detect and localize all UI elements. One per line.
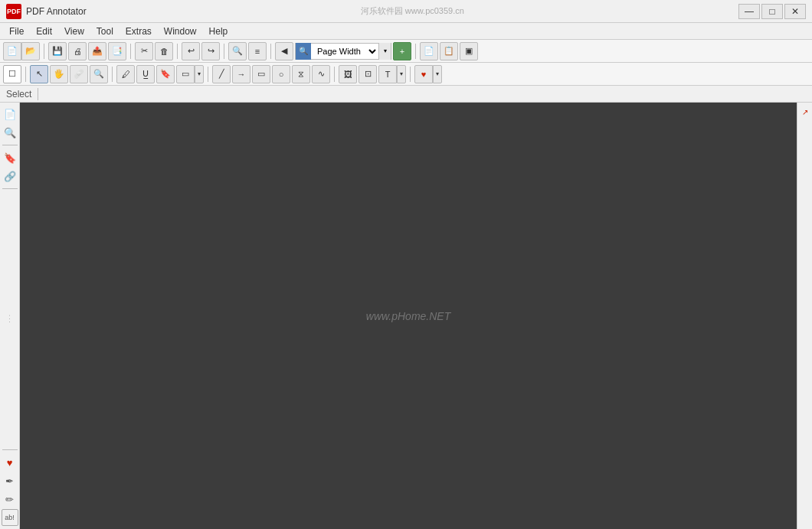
- text-btn[interactable]: T: [378, 65, 397, 83]
- menu-bar: File Edit View Tool Extras Window Help: [0, 23, 812, 40]
- text-btn-group: T ▾: [378, 65, 406, 83]
- fav-dropdown-btn[interactable]: ▾: [433, 65, 442, 83]
- title-left: PDF PDF Annotator: [6, 4, 87, 19]
- new-btn[interactable]: 📄: [3, 42, 21, 60]
- title-bar: PDF PDF Annotator 河乐软件园 www.pc0359.cn — …: [0, 0, 812, 23]
- rubber-tool-btn[interactable]: 🩹: [70, 65, 88, 83]
- arrow-btn[interactable]: →: [232, 65, 250, 83]
- prev-page-btn[interactable]: ◀: [275, 42, 293, 60]
- t2-sep4: [334, 67, 335, 82]
- content-area: www.pHome.NET: [20, 103, 797, 529]
- zoom-tool-btn[interactable]: 🔍: [90, 65, 108, 83]
- fav-btn-group: ♥ ▾: [414, 65, 442, 83]
- t2-sep5: [410, 67, 411, 82]
- sidebar-dots: ···: [6, 315, 13, 325]
- stamp-btn[interactable]: 🔖: [156, 65, 175, 83]
- fav-btn[interactable]: ♥: [414, 65, 433, 83]
- menu-tool[interactable]: Tool: [90, 24, 120, 38]
- main-area: 📄 🔍 🔖 🔗 ··· ♥ ✒ ✏ ab! www.pHome.NET ↗: [0, 103, 812, 529]
- window-controls: — □ ✕: [738, 4, 806, 19]
- sidebar-pages-btn[interactable]: 📄: [2, 106, 18, 122]
- text-dropdown-btn[interactable]: ▾: [397, 65, 406, 83]
- save-btn[interactable]: 💾: [48, 42, 67, 60]
- checkbox-btn[interactable]: ☐: [3, 65, 21, 83]
- page-view1-btn[interactable]: 📄: [420, 42, 438, 60]
- zoom-wrap[interactable]: 🔍 Page Width Whole Page 50% 75% 100% 150…: [295, 43, 391, 60]
- page-view3-btn[interactable]: ▣: [460, 42, 478, 60]
- area-btn-group: ▭ ▾: [176, 65, 204, 83]
- connect-btn[interactable]: ⧖: [292, 65, 310, 83]
- sidebar-search-btn[interactable]: 🔍: [2, 124, 18, 141]
- image-btn[interactable]: 🖼: [339, 65, 357, 83]
- undo-btn[interactable]: ↩: [182, 42, 200, 60]
- maximize-button[interactable]: □: [761, 4, 783, 19]
- side-sep3: [2, 449, 18, 450]
- menu-file[interactable]: File: [3, 24, 30, 38]
- ellipse-btn[interactable]: ○: [272, 65, 290, 83]
- zoom-select[interactable]: Page Width Whole Page 50% 75% 100% 150% …: [311, 43, 378, 60]
- sidebar-bookmarks-btn[interactable]: 🔖: [2, 149, 18, 166]
- pdf-btn[interactable]: 📑: [108, 42, 126, 60]
- side-sep2: [2, 188, 18, 189]
- app-logo: PDF: [6, 4, 21, 19]
- cut-btn[interactable]: ✂: [135, 42, 153, 60]
- menu-window[interactable]: Window: [158, 24, 203, 38]
- menu-view[interactable]: View: [58, 24, 90, 38]
- delete-btn[interactable]: 🗑: [155, 42, 173, 60]
- sort-btn[interactable]: ≡: [248, 42, 267, 60]
- print-btn[interactable]: 🖨: [68, 42, 87, 60]
- status-text: Select: [6, 89, 31, 100]
- hand-tool-btn[interactable]: 🖐: [50, 65, 68, 83]
- sep1: [44, 44, 44, 59]
- sidebar-middle: ···: [6, 193, 13, 446]
- watermark-title: 河乐软件园 www.pc0359.cn: [87, 5, 738, 17]
- export-btn[interactable]: 📤: [88, 42, 106, 60]
- highlight-btn[interactable]: 🖊: [116, 65, 135, 83]
- t2-sep3: [208, 67, 208, 82]
- t2-sep2: [112, 67, 113, 82]
- app-title: PDF Annotator: [26, 6, 87, 17]
- sep3: [177, 44, 178, 59]
- zoom-dropdown-btn[interactable]: ▾: [378, 43, 391, 60]
- zoom-icon: 🔍: [296, 43, 311, 60]
- add-page-btn[interactable]: +: [393, 42, 411, 60]
- menu-help[interactable]: Help: [203, 24, 234, 38]
- sep5: [270, 44, 271, 59]
- close-button[interactable]: ✕: [784, 4, 806, 19]
- select-tool-btn[interactable]: ↖: [30, 65, 48, 83]
- open-btn[interactable]: 📂: [21, 42, 40, 60]
- t2-sep1: [25, 67, 26, 82]
- right-cursor-btn[interactable]: ↗: [799, 106, 811, 118]
- status-bar: Select: [0, 86, 812, 103]
- menu-edit[interactable]: Edit: [30, 24, 58, 38]
- freehand-btn[interactable]: ∿: [312, 65, 330, 83]
- status-divider: [38, 88, 38, 100]
- left-sidebar: 📄 🔍 🔖 🔗 ··· ♥ ✒ ✏ ab!: [0, 103, 20, 529]
- minimize-button[interactable]: —: [738, 4, 760, 19]
- sidebar-pen-btn[interactable]: ✒: [2, 472, 18, 489]
- right-sidebar: ↗: [797, 103, 812, 529]
- underline-btn[interactable]: U̲: [136, 65, 155, 83]
- sep2: [130, 44, 131, 59]
- sidebar-text-btn[interactable]: ab!: [2, 509, 18, 526]
- side-sep1: [2, 145, 18, 145]
- toolbar2: ☐ ↖ 🖐 🩹 🔍 🖊 U̲ 🔖 ▭ ▾ ╱ → ▭ ○ ⧖ ∿ 🖼 ⊡ T ▾…: [0, 63, 812, 86]
- sidebar-links-btn[interactable]: 🔗: [2, 168, 18, 184]
- redo-btn[interactable]: ↪: [201, 42, 220, 60]
- rect-btn[interactable]: ▭: [252, 65, 270, 83]
- toolbar1: 📄 📂 💾 🖨 📤 📑 ✂ 🗑 ↩ ↪ 🔍 ≡ ◀ 🔍 Page Width W…: [0, 40, 812, 63]
- file-btn-group: 📄 📂: [3, 42, 40, 60]
- sidebar-pen2-btn[interactable]: ✏: [2, 491, 18, 508]
- page-view2-btn[interactable]: 📋: [440, 42, 458, 60]
- sidebar-fav-btn[interactable]: ♥: [2, 454, 18, 471]
- area-dropdown-btn[interactable]: ▾: [195, 65, 204, 83]
- area-btn[interactable]: ▭: [176, 65, 195, 83]
- watermark-text: www.pHome.NET: [366, 310, 450, 322]
- crop-btn[interactable]: ⊡: [359, 65, 377, 83]
- search-btn[interactable]: 🔍: [228, 42, 247, 60]
- sep6: [415, 44, 416, 59]
- sep4: [224, 44, 224, 59]
- menu-extras[interactable]: Extras: [120, 24, 158, 38]
- line-btn[interactable]: ╱: [212, 65, 231, 83]
